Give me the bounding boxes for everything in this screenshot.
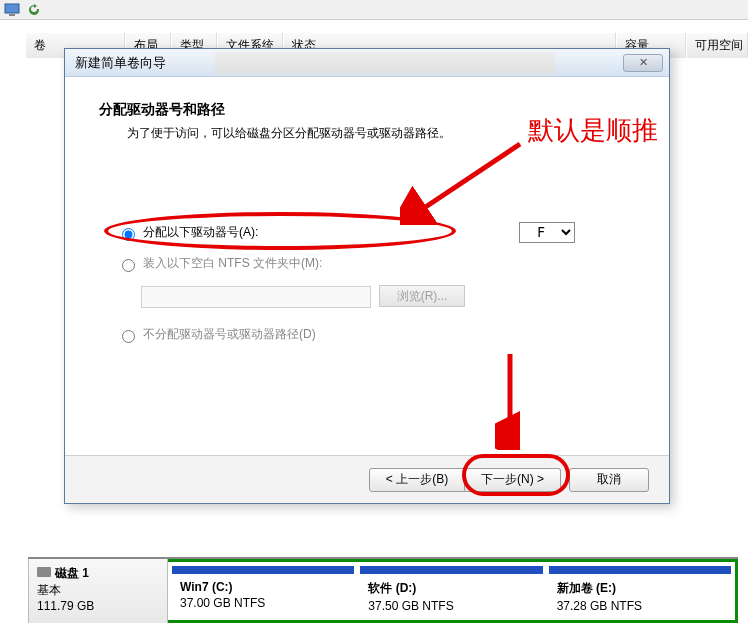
dialog-title: 新建简单卷向导 [75, 54, 166, 72]
radio-mount-folder[interactable] [122, 259, 135, 272]
disk-size: 111.79 GB [37, 599, 159, 613]
mount-path-input[interactable] [141, 286, 371, 308]
option-assign-letter[interactable]: 分配以下驱动器号(A): F [117, 222, 635, 243]
wizard-buttons: < 上一步(B) 下一步(N) > 取消 [65, 455, 669, 503]
partition-name: 软件 (D:) [368, 580, 534, 597]
partition-size: 37.00 GB NTFS [180, 596, 346, 610]
radio-assign-letter[interactable] [122, 228, 135, 241]
next-button[interactable]: 下一步(N) > [465, 468, 561, 492]
disk-info: 磁盘 1 基本 111.79 GB [28, 559, 168, 623]
option-mount-folder[interactable]: 装入以下空白 NTFS 文件夹中(M): [117, 255, 635, 272]
partition-name: Win7 (C:) [180, 580, 346, 594]
option-label: 不分配驱动器号或驱动器路径(D) [143, 326, 316, 343]
partition[interactable]: Win7 (C:) 37.00 GB NTFS [172, 566, 354, 620]
titlebar[interactable]: 新建简单卷向导 ✕ [65, 49, 669, 77]
close-icon: ✕ [639, 56, 648, 69]
options-group: 分配以下驱动器号(A): F 装入以下空白 NTFS 文件夹中(M): 浏览(R… [117, 222, 635, 343]
prev-button[interactable]: < 上一步(B) [369, 468, 465, 492]
col-free[interactable]: 可用空间 [686, 33, 748, 58]
radio-no-assign[interactable] [122, 330, 135, 343]
svg-rect-1 [9, 14, 15, 16]
svg-rect-0 [5, 4, 19, 13]
disk-icon [37, 567, 51, 577]
disk-label: 磁盘 1 [55, 566, 89, 580]
refresh-icon[interactable] [26, 2, 42, 18]
disk-map: 磁盘 1 基本 111.79 GB Win7 (C:) 37.00 GB NTF… [28, 557, 738, 623]
close-button[interactable]: ✕ [623, 54, 663, 72]
top-toolbar [0, 0, 748, 20]
partition[interactable]: 软件 (D:) 37.50 GB NTFS [360, 566, 542, 620]
browse-button[interactable]: 浏览(R)... [379, 285, 465, 307]
disk-kind: 基本 [37, 582, 159, 599]
monitor-icon[interactable] [4, 2, 20, 18]
partition-size: 37.28 GB NTFS [557, 599, 723, 613]
partition[interactable]: 新加卷 (E:) 37.28 GB NTFS [549, 566, 731, 620]
partition-name: 新加卷 (E:) [557, 580, 723, 597]
drive-letter-select[interactable]: F [519, 222, 575, 243]
annotation-text: 默认是顺推 [528, 113, 658, 148]
option-no-assign[interactable]: 不分配驱动器号或驱动器路径(D) [117, 326, 635, 343]
option-label: 装入以下空白 NTFS 文件夹中(M): [143, 255, 322, 272]
option-label: 分配以下驱动器号(A): [143, 224, 258, 241]
partition-size: 37.50 GB NTFS [368, 599, 534, 613]
cancel-button[interactable]: 取消 [569, 468, 649, 492]
blurred-area [215, 52, 555, 74]
